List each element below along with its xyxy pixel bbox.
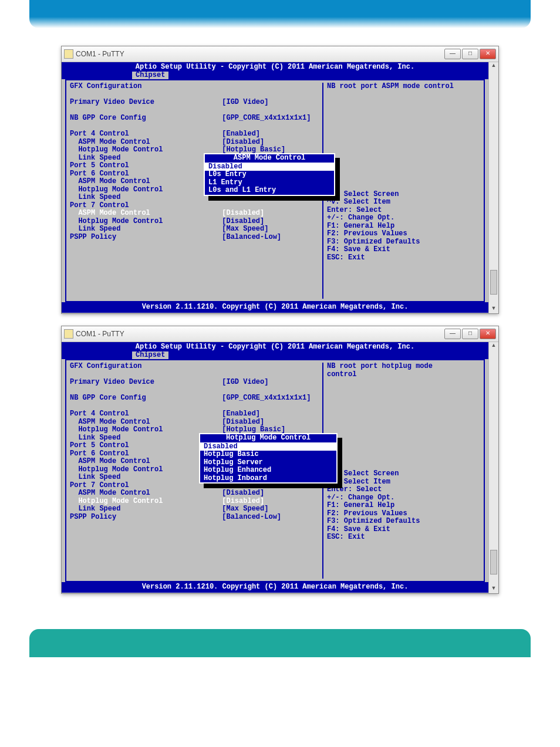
popup-option[interactable]: Hotplug Inboard xyxy=(200,475,336,483)
popup-option[interactable]: Disabled xyxy=(205,163,334,171)
bios-footer: Version 2.11.1210. Copyright (C) 2011 Am… xyxy=(62,582,488,593)
page-footer-banner xyxy=(29,629,531,657)
help-key-line: ESC: Exit xyxy=(327,254,480,262)
putty-window-2: COM1 - PuTTY — □ ✕ Aptio Setup Utility -… xyxy=(61,326,499,594)
popup-option[interactable]: Disabled xyxy=(200,443,336,451)
aspm-popup[interactable]: ASPM Mode Control DisabledL0s EntryL1 En… xyxy=(204,153,335,196)
bios-screen[interactable]: Aptio Setup Utility - Copyright (C) 2011… xyxy=(62,342,488,593)
minimize-button[interactable]: — xyxy=(444,49,461,59)
maximize-button[interactable]: □ xyxy=(462,329,478,339)
bios-setting-row[interactable] xyxy=(70,387,320,395)
help-key-line: +/-: Change Opt. xyxy=(327,214,480,222)
bios-setting-row[interactable] xyxy=(70,371,320,379)
popup-option[interactable]: L0s Entry xyxy=(205,171,334,179)
bios-left-panel[interactable]: GFX Configuration Primary Video Device [… xyxy=(70,363,323,579)
bios-setting-row[interactable]: Port 4 Control [Enabled] xyxy=(70,410,320,418)
putty-window-1: COM1 - PuTTY — □ ✕ Aptio Setup Utility -… xyxy=(61,46,499,314)
bios-setting-row[interactable]: Hotplug Mode Control [Disabled] xyxy=(70,218,320,226)
help-key-line: ^v: Select Item xyxy=(327,198,480,207)
bios-header: Aptio Setup Utility - Copyright (C) 2011… xyxy=(62,62,488,79)
bios-left-panel[interactable]: GFX Configuration Primary Video Device [… xyxy=(70,83,323,299)
popup-option[interactable]: Hotplug Server xyxy=(200,459,336,467)
help-description: NB root port hotplug mode control xyxy=(327,363,480,378)
bios-setting-row[interactable]: Link Speed [Max Speed] xyxy=(70,505,320,513)
bios-setting-row[interactable] xyxy=(70,91,320,99)
popup-option[interactable]: Hotplug Basic xyxy=(200,451,336,459)
scrollbar[interactable]: ▲ ▼ xyxy=(488,342,498,593)
bios-setting-row[interactable]: ASPM Mode Control [Disabled] xyxy=(70,489,320,498)
close-button[interactable]: ✕ xyxy=(480,49,496,59)
scroll-down-icon[interactable]: ▼ xyxy=(490,305,498,313)
bios-setting-row[interactable]: Link Speed [Max Speed] xyxy=(70,225,320,234)
bios-setting-row[interactable]: NB GPP Core Config [GPP_CORE_x4x1x1x1x1] xyxy=(70,114,320,123)
help-key-line: F4: Save & Exit xyxy=(327,246,480,254)
help-key-line: ESC: Exit xyxy=(327,533,480,542)
window-title: COM1 - PuTTY xyxy=(76,330,124,338)
hotplug-popup[interactable]: Hotplug Mode Control DisabledHotplug Bas… xyxy=(199,433,338,484)
window-title: COM1 - PuTTY xyxy=(76,50,124,58)
bios-right-panel: NB root port hotplug mode control ><: Se… xyxy=(323,363,480,579)
bios-footer: Version 2.11.1210. Copyright (C) 2011 Am… xyxy=(62,302,488,313)
bios-setting-row[interactable]: Port 4 Control [Enabled] xyxy=(70,130,320,138)
bios-header: Aptio Setup Utility - Copyright (C) 2011… xyxy=(62,342,488,359)
scroll-up-icon[interactable]: ▲ xyxy=(490,342,498,350)
popup-option[interactable]: Hotplug Enhanced xyxy=(200,467,336,475)
help-key-line: F3: Optimized Defaults xyxy=(327,518,480,526)
help-key-line: Enter: Select xyxy=(327,486,480,494)
bios-right-panel: NB root port ASPM mode control ><: Selec… xyxy=(323,83,480,299)
bios-setting-row[interactable]: Primary Video Device [IGD Video] xyxy=(70,99,320,107)
help-key-line: +/-: Change Opt. xyxy=(327,494,480,502)
help-key-line: ><: Select Screen xyxy=(327,470,480,478)
bios-setting-row[interactable]: PSPP Policy [Balanced-Low] xyxy=(70,234,320,242)
help-key-line: F1: General Help xyxy=(327,502,480,510)
popup-title: ASPM Mode Control xyxy=(205,154,334,163)
page-header-banner xyxy=(29,0,531,28)
titlebar: COM1 - PuTTY — □ ✕ xyxy=(62,326,498,342)
scrollbar[interactable]: ▲ ▼ xyxy=(488,62,498,313)
bios-setting-row[interactable]: Hotplug Mode Control [Disabled] xyxy=(70,498,320,506)
bios-tab-chipset[interactable]: Chipset xyxy=(132,351,168,360)
bios-setting-row[interactable] xyxy=(70,107,320,115)
help-key-line: F1: General Help xyxy=(327,222,480,231)
bios-screen[interactable]: Aptio Setup Utility - Copyright (C) 2011… xyxy=(62,62,488,313)
help-key-line: F4: Save & Exit xyxy=(327,526,480,534)
help-key-line: F3: Optimized Defaults xyxy=(327,238,480,246)
maximize-button[interactable]: □ xyxy=(462,49,478,59)
help-key-line: F2: Previous Values xyxy=(327,510,480,518)
bios-setting-row[interactable] xyxy=(70,403,320,411)
bios-setting-row[interactable]: ASPM Mode Control [Disabled] xyxy=(70,209,320,218)
help-key-line: ^v: Select Item xyxy=(327,478,480,486)
bios-setting-row[interactable]: ASPM Mode Control [Disabled] xyxy=(70,418,320,427)
putty-icon xyxy=(64,329,73,339)
help-description: NB root port ASPM mode control xyxy=(327,83,480,91)
popup-title: Hotplug Mode Control xyxy=(200,434,336,443)
bios-tab-chipset[interactable]: Chipset xyxy=(132,72,168,80)
bios-setting-row[interactable]: Port 7 Control xyxy=(70,202,320,210)
popup-option[interactable]: L1 Entry xyxy=(205,179,334,187)
bios-setting-row[interactable]: NB GPP Core Config [GPP_CORE_x4x1x1x1x1] xyxy=(70,394,320,403)
help-key-line: F2: Previous Values xyxy=(327,230,480,238)
bios-setting-row[interactable]: GFX Configuration xyxy=(70,363,320,371)
minimize-button[interactable]: — xyxy=(444,329,461,339)
scroll-down-icon[interactable]: ▼ xyxy=(490,585,498,593)
scroll-up-icon[interactable]: ▲ xyxy=(490,62,498,70)
bios-setting-row[interactable] xyxy=(70,123,320,131)
bios-setting-row[interactable]: ASPM Mode Control [Disabled] xyxy=(70,138,320,147)
putty-icon xyxy=(64,49,73,59)
popup-option[interactable]: L0s and L1 Entry xyxy=(205,187,334,195)
titlebar: COM1 - PuTTY — □ ✕ xyxy=(62,46,498,62)
help-key-line: ><: Select Screen xyxy=(327,191,480,199)
bios-setting-row[interactable]: Primary Video Device [IGD Video] xyxy=(70,378,320,387)
bios-setting-row[interactable]: GFX Configuration xyxy=(70,83,320,91)
bios-setting-row[interactable]: PSPP Policy [Balanced-Low] xyxy=(70,513,320,522)
help-key-line: Enter: Select xyxy=(327,207,480,215)
close-button[interactable]: ✕ xyxy=(480,329,496,339)
